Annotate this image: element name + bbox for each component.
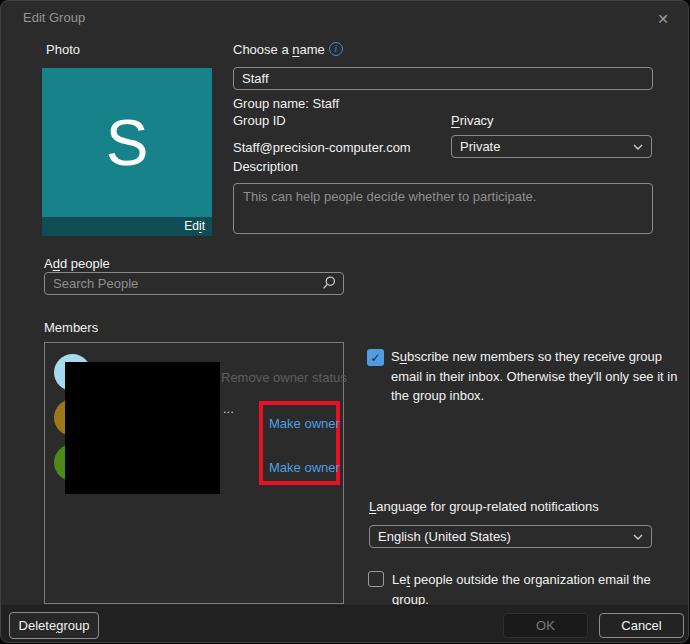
- group-id-label: Group ID: [233, 113, 286, 128]
- language-value: English (United States): [378, 529, 633, 544]
- outside-org-checkbox[interactable]: [368, 571, 384, 587]
- ok-button[interactable]: OK: [503, 613, 588, 638]
- member-ellipsis: ...: [223, 401, 234, 416]
- language-dropdown[interactable]: English (United States): [369, 525, 652, 548]
- info-icon[interactable]: [329, 42, 343, 56]
- outside-org-label: Let people outside the organization emai…: [392, 570, 660, 609]
- dialog-title: Edit Group: [23, 10, 85, 25]
- group-name-line: Group name: Staff: [233, 96, 339, 111]
- group-email: Staff@precision-computer.com: [233, 140, 411, 155]
- delete-group-button[interactable]: Delete group: [9, 612, 99, 639]
- cancel-button[interactable]: Cancel: [599, 613, 684, 638]
- add-people-label: Add people: [44, 256, 110, 271]
- privacy-value: Private: [460, 139, 633, 154]
- group-photo-tile: S Edit: [42, 68, 212, 236]
- group-name-input[interactable]: [233, 67, 653, 90]
- make-owner-link[interactable]: Make owner: [269, 460, 340, 475]
- description-input[interactable]: [233, 183, 653, 234]
- close-icon[interactable]: ✕: [651, 7, 675, 31]
- redaction-overlay: [65, 362, 220, 494]
- group-initial: S: [42, 68, 212, 217]
- privacy-dropdown[interactable]: Private: [451, 135, 652, 158]
- edit-group-dialog: Edit Group ✕ Photo S Edit Choose a name …: [0, 0, 689, 643]
- make-owner-link[interactable]: Make owner: [269, 416, 340, 431]
- search-icon: [321, 275, 337, 291]
- subscribe-checkbox[interactable]: ✓: [367, 349, 384, 366]
- subscribe-label: Subscribe new members so they receive gr…: [391, 347, 679, 406]
- search-people-field: [44, 272, 344, 295]
- language-label: Language for group-related notifications: [369, 499, 599, 514]
- chevron-down-icon: [633, 144, 643, 150]
- search-people-input[interactable]: [44, 272, 344, 295]
- choose-name-label: Choose a name: [233, 42, 343, 58]
- photo-edit-button[interactable]: Edit: [42, 217, 212, 236]
- chevron-down-icon: [633, 534, 643, 540]
- remove-owner-status-link[interactable]: Remove owner status: [221, 370, 347, 385]
- members-list: Remove owner status ... Make owner Make …: [44, 342, 344, 604]
- description-label: Description: [233, 159, 298, 174]
- photo-label: Photo: [46, 42, 80, 57]
- privacy-label: Privacy: [451, 113, 494, 128]
- members-label: Members: [44, 320, 98, 335]
